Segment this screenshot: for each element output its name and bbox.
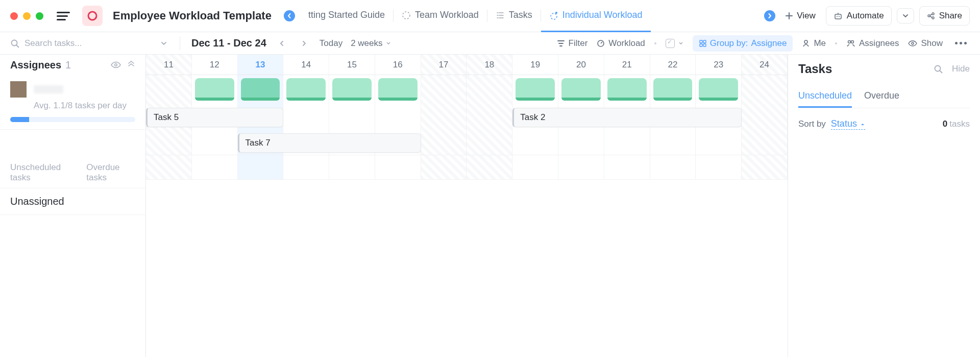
maximize-window-icon[interactable] [36,12,43,20]
grid-cell [329,104,375,129]
search-icon[interactable] [934,64,943,74]
minimize-window-icon[interactable] [23,12,31,20]
grid-cell [146,129,192,155]
workload-toggle[interactable]: Workload [597,38,645,49]
grid-cell [696,155,742,179]
day-header-cell[interactable]: 23 [696,55,742,75]
grid-cell [558,75,604,104]
svg-point-3 [555,12,557,14]
automate-label: Automate [847,11,884,21]
day-header-cell[interactable]: 13 [238,55,284,75]
filter-button[interactable]: Filter [557,38,588,49]
grid-cell [604,75,650,104]
day-header-cell[interactable]: 19 [512,55,558,75]
grid-cell [192,75,238,104]
grid-cell [329,155,375,179]
day-header-cell[interactable]: 21 [604,55,650,75]
share-button[interactable]: Share [919,6,970,26]
automate-button[interactable]: Automate [826,6,892,26]
timespan-dropdown[interactable]: 2 weeks [351,38,390,49]
task-bar[interactable]: Task 5 [146,108,283,127]
date-prev-button[interactable] [275,38,289,49]
day-header-cell[interactable]: 14 [283,55,329,75]
space-icon[interactable] [82,6,103,26]
capacity-block[interactable] [195,78,234,101]
eye-icon [908,39,917,47]
workload-settings-button[interactable] [666,39,683,48]
svg-rect-12 [700,40,702,43]
tab-team-workload[interactable]: Team Workload [394,0,487,32]
capacity-block[interactable] [699,78,738,101]
window-controls[interactable] [10,12,43,20]
sort-by-dropdown[interactable]: Status [831,118,865,130]
capacity-block[interactable] [653,78,693,101]
search-tasks[interactable] [10,38,148,49]
eye-icon[interactable] [111,61,121,69]
capacity-block[interactable] [332,78,372,101]
capacity-block[interactable] [241,78,280,101]
more-options-button[interactable] [952,39,970,47]
tabs-scroll-right-button[interactable] [764,10,775,21]
today-button[interactable]: Today [320,38,342,49]
add-view-button[interactable]: View [780,7,821,25]
tabs-scroll-left-button[interactable] [284,10,295,21]
day-header-cell[interactable]: 11 [146,55,192,75]
collapse-icon[interactable] [127,61,135,69]
tab-getting-started[interactable]: tting Started Guide [300,0,393,32]
overdue-tasks-link[interactable]: Overdue tasks [86,162,135,183]
sort-by-value: Status [831,118,857,129]
unassigned-row[interactable]: Unassigned [0,188,145,215]
grid-cell [512,75,558,104]
automate-dropdown-button[interactable] [897,8,914,23]
search-icon [10,39,19,48]
date-next-button[interactable] [297,38,311,49]
capacity-block[interactable] [561,78,601,101]
grid-cell [467,155,512,179]
panel-tab-overdue[interactable]: Overdue [864,85,899,108]
list-icon [496,11,505,20]
svg-point-0 [88,12,96,20]
date-range-label[interactable]: Dec 11 - Dec 24 [191,37,266,49]
day-header-cell[interactable]: 20 [558,55,604,75]
capacity-block[interactable] [607,78,647,101]
day-header-cell[interactable]: 17 [421,55,467,75]
tab-tasks[interactable]: Tasks [487,0,541,32]
page-title: Employee Workload Template [113,9,272,22]
capacity-block[interactable] [378,78,418,101]
svg-point-19 [912,42,914,44]
day-header: 1112131415161718192021222324 [146,55,788,75]
unassigned-lane [146,155,788,180]
chevron-down-icon [902,13,909,19]
assignee-row[interactable]: Avg. 1.1/8 tasks per day [0,75,145,130]
task-bar[interactable]: Task 7 [238,133,421,153]
hide-panel-button[interactable]: Hide [952,64,970,74]
unscheduled-tasks-link[interactable]: Unscheduled tasks [10,162,74,183]
tab-individual-workload[interactable]: Individual Workload [541,0,651,32]
day-header-cell[interactable]: 22 [650,55,696,75]
day-header-cell[interactable]: 12 [192,55,238,75]
panel-tab-unscheduled[interactable]: Unscheduled [798,85,852,108]
day-header-cell[interactable]: 15 [329,55,375,75]
close-window-icon[interactable] [10,12,18,20]
hamburger-menu-icon[interactable] [57,12,70,20]
show-button[interactable]: Show [908,38,943,49]
grid-cell [238,75,284,104]
svg-rect-13 [703,40,706,43]
search-input[interactable] [24,38,116,49]
grid-cell [650,129,696,155]
timeline: 1112131415161718192021222324 Task 5Task … [146,55,788,357]
group-by-button[interactable]: Group by: Assignee [693,35,793,52]
dot-separator [835,42,837,44]
day-header-cell[interactable]: 24 [742,55,788,75]
day-header-cell[interactable]: 16 [375,55,421,75]
day-header-cell[interactable]: 18 [467,55,512,75]
capacity-block[interactable] [516,78,555,101]
task-row: Task 5Task 2 [146,104,788,129]
search-options-button[interactable] [156,38,172,49]
assignees-filter-button[interactable]: Assignees [846,38,899,49]
gauge-icon [597,39,605,47]
me-filter-button[interactable]: Me [802,38,826,49]
task-bar[interactable]: Task 2 [512,108,742,127]
grid-cell [742,129,788,155]
capacity-block[interactable] [286,78,326,101]
